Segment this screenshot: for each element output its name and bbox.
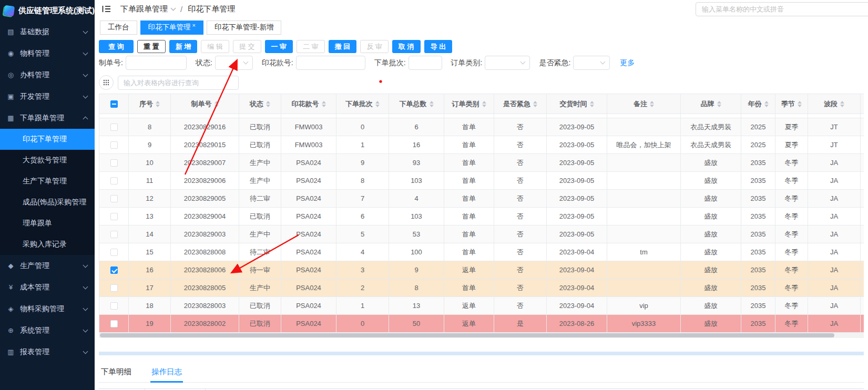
table-search-input[interactable] bbox=[118, 76, 239, 90]
row-checkbox[interactable] bbox=[110, 141, 118, 149]
table-row-13[interactable]: 1320230829004已取消PSA0246103首单否2023-09-05盛… bbox=[99, 208, 864, 225]
row-checkbox[interactable] bbox=[110, 249, 118, 256]
column-header-total[interactable]: 下单总数 bbox=[389, 94, 444, 114]
column-header-order_type[interactable]: 订单类别 bbox=[444, 94, 494, 114]
toolbar-button-7[interactable]: 撤 回 bbox=[329, 40, 357, 53]
column-header-delivery[interactable]: 交货时间 bbox=[547, 94, 607, 114]
column-header-year[interactable]: 年份 bbox=[741, 94, 775, 114]
toolbar-button-0[interactable]: 查 询 bbox=[99, 40, 134, 53]
row-checkbox[interactable] bbox=[110, 177, 118, 184]
row-checkbox[interactable] bbox=[110, 195, 118, 202]
row-checkbox[interactable] bbox=[110, 284, 118, 292]
tab-2[interactable]: 印花下单管理-新增 bbox=[207, 20, 282, 35]
more-filters-link[interactable]: 更多 bbox=[620, 58, 635, 68]
sidebar-subitem-2[interactable]: 生产下单管理 bbox=[0, 171, 95, 192]
sidebar-item-2[interactable]: ◎办料管理 bbox=[0, 64, 95, 86]
column-header-urgent[interactable]: 是否紧急 bbox=[494, 94, 547, 114]
filter-input-2[interactable] bbox=[296, 56, 365, 70]
select-all-checkbox[interactable] bbox=[110, 100, 118, 108]
filter-input-0[interactable] bbox=[126, 56, 187, 70]
row-checkbox[interactable] bbox=[110, 320, 118, 327]
sort-icon[interactable] bbox=[482, 101, 486, 107]
sort-icon[interactable] bbox=[798, 101, 802, 107]
sidebar-item-5[interactable]: ◆生产管理 bbox=[0, 255, 95, 276]
sidebar-item-4[interactable]: ▦下单跟单管理 bbox=[0, 107, 95, 129]
breadcrumb-parent[interactable]: 下单跟单管理 bbox=[120, 4, 168, 14]
sort-asc-icon bbox=[764, 101, 769, 104]
row-checkbox[interactable] bbox=[110, 159, 118, 167]
row-checkbox[interactable] bbox=[110, 213, 118, 220]
cell-order_type: 首单 bbox=[444, 225, 494, 243]
sidebar-subitem-5[interactable]: 采购入库记录 bbox=[0, 234, 95, 255]
sidebar-subitem-1[interactable]: 大货款号管理 bbox=[0, 150, 95, 171]
column-header-season[interactable]: 季节 bbox=[775, 94, 808, 114]
sort-icon[interactable] bbox=[590, 101, 594, 107]
column-header-status[interactable]: 状态 bbox=[239, 94, 281, 114]
sidebar-subitem-4[interactable]: 理单跟单 bbox=[0, 213, 95, 234]
row-checkbox[interactable] bbox=[110, 124, 118, 131]
cell-batch: 0 bbox=[336, 118, 389, 136]
column-header-batch[interactable]: 下单批次 bbox=[336, 94, 389, 114]
table-row-17[interactable]: 1720230828005生产中PSA02428首单否2023-09-04盛放2… bbox=[99, 279, 864, 297]
tab-0[interactable]: 工作台 bbox=[100, 20, 137, 35]
sort-icon[interactable] bbox=[375, 101, 380, 107]
table-row-10[interactable]: 1020230829007生产中PSA024993首单否2023-09-05盛放… bbox=[99, 154, 864, 172]
table-row-15[interactable]: 1520230828008待二审PSA0244100首单否2023-09-04t… bbox=[99, 243, 864, 261]
toolbar-button-2[interactable]: 新 增 bbox=[169, 40, 198, 53]
sort-icon[interactable] bbox=[266, 101, 270, 107]
sort-icon[interactable] bbox=[215, 101, 219, 107]
sort-icon[interactable] bbox=[533, 101, 537, 107]
filter-select-4[interactable] bbox=[485, 56, 530, 70]
sidebar-item-1[interactable]: ◉物料管理 bbox=[0, 43, 95, 64]
tab-1[interactable]: 印花下单管理× bbox=[140, 20, 203, 35]
column-header-wave[interactable]: 波段 bbox=[808, 94, 861, 114]
sort-icon[interactable] bbox=[717, 101, 721, 107]
column-header-extra[interactable]: 款式 bbox=[861, 94, 864, 114]
toolbar-button-5[interactable]: 一 审 bbox=[265, 40, 293, 53]
table-row-16[interactable]: 1620230828006待一审PSA02439返单否2023-09-04盛放2… bbox=[99, 261, 864, 279]
sort-icon[interactable] bbox=[840, 101, 844, 107]
column-header-remark[interactable]: 备注 bbox=[607, 94, 681, 114]
table-row-9[interactable]: 920230829015已取消FMW003116首单否2023-09-05唯品会… bbox=[99, 136, 864, 154]
filter-select-1[interactable] bbox=[215, 56, 253, 70]
chevron-down-icon[interactable] bbox=[171, 5, 176, 11]
sidebar-item-7[interactable]: ◈物料采购管理 bbox=[0, 298, 95, 320]
column-header-print_no[interactable]: 印花款号 bbox=[281, 94, 336, 114]
filter-select-5[interactable] bbox=[573, 56, 610, 70]
toolbar-button-1[interactable]: 重 置 bbox=[137, 40, 166, 53]
column-header-brand[interactable]: 品牌 bbox=[681, 94, 741, 114]
sort-icon[interactable] bbox=[764, 101, 769, 107]
table-row-19[interactable]: 1920230828002已取消PSA024050返单是2023-08-26vi… bbox=[99, 315, 864, 333]
sidebar-item-8[interactable]: ⊕系统管理 bbox=[0, 320, 95, 341]
sort-icon[interactable] bbox=[322, 101, 326, 107]
sort-icon[interactable] bbox=[156, 101, 160, 107]
sidebar-item-9[interactable]: ▥报表管理 bbox=[0, 341, 95, 363]
sidebar-subitem-3[interactable]: 成品(饰品)采购管理 bbox=[0, 192, 95, 213]
table-row-14[interactable]: 1420230829003生产中PSA024553首单否2023-09-05盛放… bbox=[99, 225, 864, 243]
column-settings-button[interactable] bbox=[99, 75, 114, 90]
tab-operation-log[interactable]: 操作日志 bbox=[150, 363, 183, 382]
tab-order-detail[interactable]: 下单明细 bbox=[100, 363, 132, 382]
table-row-12[interactable]: 1220230829005待二审PSA02474首单否2023-09-05盛放2… bbox=[99, 190, 864, 208]
column-header-seq[interactable]: 序号 bbox=[129, 94, 171, 114]
toolbar-button-9[interactable]: 取 消 bbox=[392, 40, 421, 53]
table-row-8[interactable]: 820230829016已取消FMW00306首单否2023-09-05衣品天成… bbox=[99, 118, 864, 136]
sort-icon[interactable] bbox=[430, 101, 434, 107]
row-checkbox[interactable] bbox=[110, 231, 118, 238]
row-checkbox[interactable] bbox=[110, 266, 118, 274]
column-header-order_no[interactable]: 制单号 bbox=[171, 94, 239, 114]
sidebar-item-6[interactable]: ¥成本管理 bbox=[0, 276, 95, 298]
table-row-11[interactable]: 1120230829006生产中PSA0248103首单否2023-09-05盛… bbox=[99, 172, 864, 190]
menu-fold-icon[interactable] bbox=[102, 5, 111, 13]
row-checkbox[interactable] bbox=[110, 302, 118, 310]
scrollbar-thumb[interactable] bbox=[100, 333, 834, 337]
sort-icon[interactable] bbox=[650, 101, 654, 107]
table-row-18[interactable]: 1820230828003已取消PSA024113返单否2023-09-04vi… bbox=[99, 297, 864, 315]
toolbar-button-10[interactable]: 导 出 bbox=[424, 40, 453, 53]
sidebar-item-0[interactable]: ▤基础数据 bbox=[0, 21, 95, 43]
close-icon[interactable]: × bbox=[192, 22, 196, 28]
menu-search-input[interactable] bbox=[696, 2, 868, 16]
sidebar-subitem-0[interactable]: 印花下单管理 bbox=[0, 129, 95, 150]
sidebar-item-3[interactable]: ▣开发管理 bbox=[0, 86, 95, 107]
filter-input-3[interactable] bbox=[409, 56, 442, 70]
